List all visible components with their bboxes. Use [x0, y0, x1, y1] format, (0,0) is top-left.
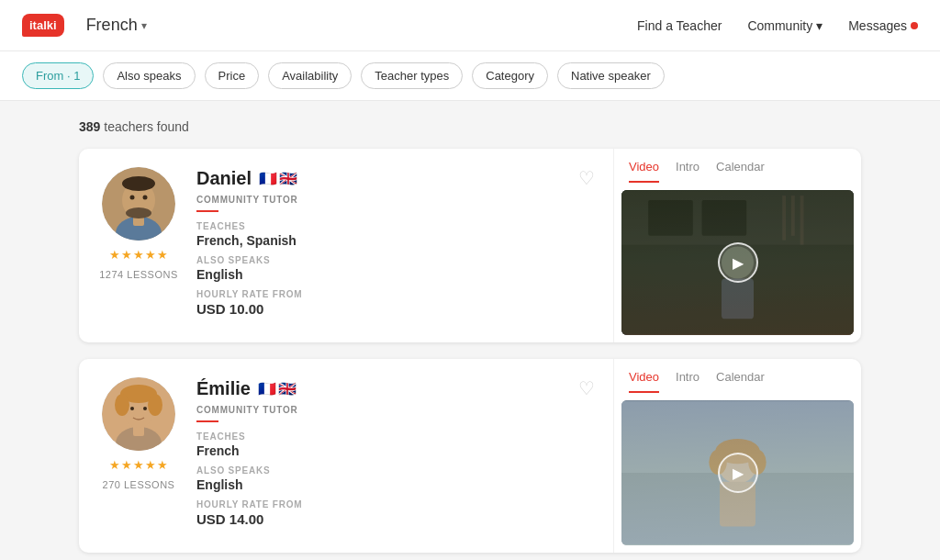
avatar-daniel[interactable]	[102, 167, 175, 241]
flag-fr: 🇫🇷	[259, 170, 277, 187]
play-button-emilie[interactable]: ▶	[718, 453, 758, 493]
favorite-button-daniel[interactable]: ♡	[578, 167, 595, 189]
teacher-name-daniel[interactable]: Daniel	[196, 168, 252, 189]
video-tabs-daniel: Video Intro Calendar	[614, 149, 861, 183]
lessons-emilie: 270 LESSONS	[103, 479, 175, 490]
community-chevron-icon: ▾	[816, 18, 822, 33]
main-content: 389 teachers found	[57, 101, 883, 560]
teaches-value-daniel: French, Spanish	[196, 233, 595, 248]
svg-rect-14	[800, 196, 804, 245]
filter-from[interactable]: From · 1	[22, 62, 94, 89]
filter-bar: From · 1 Also speaks Price Availability …	[0, 51, 940, 101]
teaches-value-emilie: French	[196, 443, 595, 458]
favorite-button-emilie[interactable]: ♡	[578, 377, 595, 399]
card-left-daniel: ★★★★★ 1274 LESSONS Daniel 🇫🇷 🇬🇧 ♡ COMMUN…	[79, 149, 613, 342]
filter-native-speaker[interactable]: Native speaker	[557, 62, 665, 89]
community-link[interactable]: Community ▾	[747, 18, 822, 33]
role-tag-emilie: COMMUNITY TUTOR	[196, 405, 298, 415]
filter-teacher-types[interactable]: Teacher types	[361, 62, 463, 89]
card-left-emilie: ★★★★★ 270 LESSONS Émilie 🇫🇷 🇬🇧 ♡ COMMUNI…	[79, 359, 613, 553]
lessons-daniel: 1274 LESSONS	[99, 269, 178, 280]
avatar-section-daniel: ★★★★★ 1274 LESSONS	[97, 167, 180, 324]
teacher-card-emilie: ★★★★★ 270 LESSONS Émilie 🇫🇷 🇬🇧 ♡ COMMUNI…	[79, 359, 861, 553]
header: italki French ▾ Find a Teacher Community…	[0, 0, 940, 51]
card-right-emilie: Video Intro Calendar ▶	[613, 359, 861, 553]
find-teacher-link[interactable]: Find a Teacher	[637, 18, 722, 33]
tab-calendar-emilie[interactable]: Calendar	[716, 370, 765, 393]
role-tag-daniel: COMMUNITY TUTOR	[196, 195, 298, 205]
avatar-section-emilie: ★★★★★ 270 LESSONS	[97, 377, 180, 534]
messages-notification-dot	[911, 22, 918, 29]
svg-point-22	[115, 394, 129, 416]
svg-rect-10	[648, 200, 693, 236]
messages-link[interactable]: Messages	[848, 18, 918, 33]
speaks-label-daniel: ALSO SPEAKS	[196, 255, 595, 265]
speaks-label-emilie: ALSO SPEAKS	[196, 465, 595, 476]
teacher-info-daniel: Daniel 🇫🇷 🇬🇧 ♡ COMMUNITY TUTOR TEACHES F…	[196, 167, 595, 324]
rate-value-emilie: USD 14.00	[196, 511, 595, 527]
language-selector[interactable]: French ▾	[86, 16, 147, 35]
tab-video-emilie[interactable]: Video	[629, 370, 659, 393]
rate-label-daniel: HOURLY RATE FROM	[196, 289, 595, 299]
flag-fr-emilie: 🇫🇷	[258, 380, 276, 398]
svg-rect-13	[791, 196, 795, 236]
svg-rect-16	[722, 279, 754, 319]
flag-gb: 🇬🇧	[279, 170, 297, 187]
filter-also-speaks[interactable]: Also speaks	[103, 62, 195, 89]
selected-language: French	[86, 16, 138, 35]
filter-price[interactable]: Price	[205, 62, 260, 89]
teacher-info-emilie: Émilie 🇫🇷 🇬🇧 ♡ COMMUNITY TUTOR TEACHES F…	[196, 377, 595, 534]
card-right-daniel: Video Intro Calendar	[613, 149, 861, 342]
tab-calendar-daniel[interactable]: Calendar	[716, 160, 765, 183]
svg-point-24	[130, 407, 134, 410]
teacher-name-emilie[interactable]: Émilie	[196, 378, 251, 399]
video-container-emilie[interactable]: ▶	[621, 400, 854, 545]
video-tabs-emilie: Video Intro Calendar	[614, 359, 861, 393]
play-button-daniel[interactable]: ▶	[718, 242, 758, 283]
rate-label-emilie: HOURLY RATE FROM	[196, 499, 595, 510]
results-count: 389 teachers found	[79, 119, 861, 134]
tab-intro-daniel[interactable]: Intro	[676, 160, 699, 183]
teaches-label-daniel: TEACHES	[196, 221, 595, 231]
teaches-label-emilie: TEACHES	[196, 431, 595, 442]
stars-daniel: ★★★★★	[109, 248, 169, 262]
filter-category[interactable]: Category	[472, 62, 548, 89]
svg-point-5	[126, 207, 151, 218]
svg-point-23	[148, 394, 162, 416]
logo-text: italki	[22, 14, 64, 37]
nav: Find a Teacher Community ▾ Messages	[637, 18, 918, 33]
stars-emilie: ★★★★★	[109, 458, 169, 472]
svg-point-6	[130, 196, 135, 200]
filter-availability[interactable]: Availability	[268, 62, 352, 89]
language-chevron-icon: ▾	[141, 19, 147, 32]
red-line-emilie	[196, 420, 218, 422]
svg-rect-11	[702, 200, 747, 236]
svg-point-7	[143, 196, 148, 200]
svg-point-4	[122, 176, 155, 191]
tab-intro-emilie[interactable]: Intro	[676, 370, 699, 393]
svg-point-25	[143, 407, 147, 410]
speaks-value-daniel: English	[196, 267, 595, 282]
video-container-daniel[interactable]: ▶	[621, 190, 854, 335]
rate-value-daniel: USD 10.00	[196, 301, 595, 317]
avatar-emilie[interactable]	[102, 377, 175, 451]
svg-rect-12	[782, 196, 786, 241]
logo[interactable]: italki	[22, 14, 64, 37]
tab-video-daniel[interactable]: Video	[629, 160, 659, 183]
flags-daniel: 🇫🇷 🇬🇧	[259, 170, 297, 187]
flags-emilie: 🇫🇷 🇬🇧	[258, 380, 297, 398]
flag-gb-emilie: 🇬🇧	[278, 380, 297, 398]
speaks-value-emilie: English	[196, 477, 595, 492]
red-line-daniel	[196, 210, 218, 212]
teacher-card: ★★★★★ 1274 LESSONS Daniel 🇫🇷 🇬🇧 ♡ COMMUN…	[79, 149, 861, 342]
